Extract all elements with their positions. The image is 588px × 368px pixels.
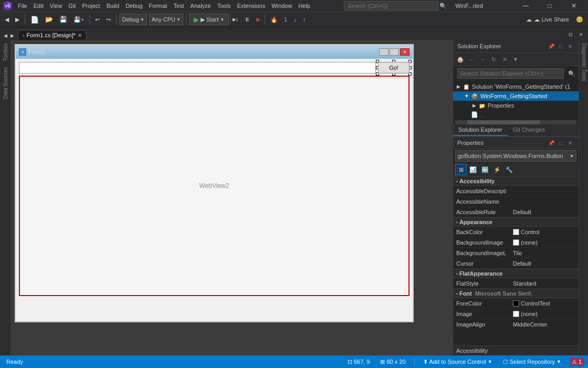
redo-button[interactable]: ↪ [103,15,113,25]
se-horizontal-scrollbar[interactable] [455,120,576,124]
form-maximize-button[interactable]: □ [390,48,399,56]
close-button[interactable]: ✕ [562,0,586,12]
menu-format[interactable]: Format [146,2,171,10]
accessible-role-value[interactable]: Default [511,209,579,215]
se-forward-button[interactable]: → [477,54,488,65]
menu-help[interactable]: Help [295,2,313,10]
form-designer-tab[interactable]: ▪ Form1.cs [Design]* ✕ [18,30,87,40]
feedback-button[interactable]: 😊 [573,15,586,25]
image-value[interactable]: (none) [511,311,579,317]
open-button[interactable]: 📂 [43,14,56,25]
menu-debug[interactable]: Debug [122,2,145,10]
menu-edit[interactable]: Edit [30,2,47,10]
hot-reload-button[interactable]: 🔥 [268,15,280,25]
se-home-button[interactable]: 🏠 [455,54,466,65]
se-scrollbar-thumb[interactable] [467,120,540,124]
forecolor-value[interactable]: ControlText [511,300,579,307]
props-category-button[interactable]: 📊 [467,164,479,175]
properties-object-selector[interactable]: goButton System.Windows.Forms.Button ▼ [455,150,576,162]
pause-button[interactable]: ⏸ [242,15,253,24]
se-search-button[interactable]: 🔍 [567,68,576,79]
se-back-button[interactable]: ← [466,54,477,65]
form-minimize-button[interactable]: _ [379,48,388,56]
menu-project[interactable]: Project [79,2,103,10]
new-project-button[interactable]: 📄 [28,14,41,25]
background-imagel-value[interactable]: Tile [511,250,579,256]
data-sources-label[interactable]: Data Sources [2,64,9,102]
menu-window[interactable]: Window [268,2,295,10]
maximize-button[interactable]: □ [538,0,562,12]
back-button[interactable]: ◀ [2,15,12,25]
flatstyle-value[interactable]: Standard [511,280,579,287]
close-panel-button[interactable]: ✕ [566,42,574,50]
menu-analyze[interactable]: Analyze [187,2,214,10]
props-alpha-button[interactable]: 🔤 [479,164,491,175]
menu-tools[interactable]: Tools [214,2,234,10]
close-panel-button[interactable]: ✕ [576,30,586,39]
diagnostic-tools-tab[interactable]: Diagnostic Tools [579,40,588,355]
debug-config-dropdown[interactable]: Debug ▼ [119,14,146,25]
font-section-header[interactable]: ▪ Font Microsoft Sans Serif, [453,289,579,298]
toolbox-label[interactable]: Toolbox [2,40,9,64]
form-close-button[interactable]: ✕ [400,48,410,56]
start-button[interactable]: ▶ ▶ Start ▼ [189,14,229,25]
imagealign-value[interactable]: MiddleCenter [511,321,579,328]
cursor-value[interactable]: Default [511,260,579,267]
menu-file[interactable]: File [15,2,30,10]
backcolor-value[interactable]: Control [511,229,579,235]
webview-area[interactable]: WebView2 [19,76,410,296]
source-control-button[interactable]: ⬆ Add to Source Control ▼ [421,359,495,365]
props-close-button[interactable]: ✕ [566,139,574,147]
se-refresh-button[interactable]: ↻ [488,54,499,65]
pin-button[interactable]: 📌 [547,42,555,50]
expand-button[interactable]: □ [556,42,565,50]
status-position[interactable]: ⊡ 667, 9 [345,359,372,365]
menu-build[interactable]: Build [103,2,122,10]
go-button[interactable]: Go! [378,62,410,73]
menu-view[interactable]: View [47,2,66,10]
menu-test[interactable]: Test [170,2,187,10]
step-over-button[interactable]: ⤵ [281,15,290,24]
menu-extensions[interactable]: Extensions [234,2,268,10]
project-node[interactable]: ▼ 📦 WinForms_GettingStarted [453,91,579,101]
stop-button[interactable]: ■ [254,15,262,24]
start-split-button[interactable]: ▶| [230,15,240,24]
se-stop-button[interactable]: ✕ [499,54,510,65]
status-ready[interactable]: Ready [4,359,25,365]
accessibility-section-header[interactable]: ▪ Accessibility [453,177,579,186]
save-all-button[interactable]: 💾+ [71,15,87,25]
status-size[interactable]: ⊞ 60 x 20 [378,359,407,365]
step-into-button[interactable]: ↓ [291,15,299,24]
se-search-input[interactable] [457,68,564,79]
minimize-button[interactable]: — [513,0,538,12]
props-event-button[interactable]: ⚡ [491,164,503,175]
git-changes-tab[interactable]: Git Changes [508,124,550,136]
more-node[interactable]: 📄 ... [453,110,579,119]
search-input[interactable] [344,1,438,10]
props-search-button[interactable]: 🔧 [503,164,515,175]
expand-panels-button[interactable]: ⊡ [566,30,575,39]
props-grid-button[interactable]: ⊞ [455,164,467,175]
live-share-button[interactable]: ☁ ☁ Live Share [523,15,572,24]
solution-node[interactable]: ▶ 📋 Solution 'WinForms_GettingStarted' (… [453,82,579,91]
forward-button[interactable]: ▶ [13,15,22,25]
props-pin-button[interactable]: 📌 [547,139,555,147]
select-repository-button[interactable]: ⬡ Select Repository ▼ [501,359,563,365]
background-image-value[interactable]: (none) [511,239,579,246]
menu-git[interactable]: Git [65,2,79,10]
designer-textbox[interactable] [19,62,376,73]
appearance-section-header[interactable]: ▪ Appearance [453,217,579,227]
scroll-tabs-left[interactable]: ◀ [2,31,9,40]
properties-node[interactable]: ▶ 📁 Properties [453,101,579,110]
cpu-dropdown[interactable]: Any CPU ▼ [149,14,183,25]
scroll-tabs-right[interactable]: ▶ [9,31,16,40]
step-out-button[interactable]: ↑ [300,15,309,24]
flat-appearance-section-header[interactable]: ▪ FlatAppearance [453,269,579,278]
solution-explorer-tab[interactable]: Solution Explorer [453,124,508,136]
undo-button[interactable]: ↩ [92,15,102,25]
errors-badge[interactable]: ⚠ 1 [570,358,584,366]
tab-close-button[interactable]: ✕ [78,33,82,38]
save-button[interactable]: 💾 [57,14,70,25]
props-expand-button[interactable]: □ [556,139,565,147]
se-filter-button[interactable]: ▼ [510,54,521,65]
